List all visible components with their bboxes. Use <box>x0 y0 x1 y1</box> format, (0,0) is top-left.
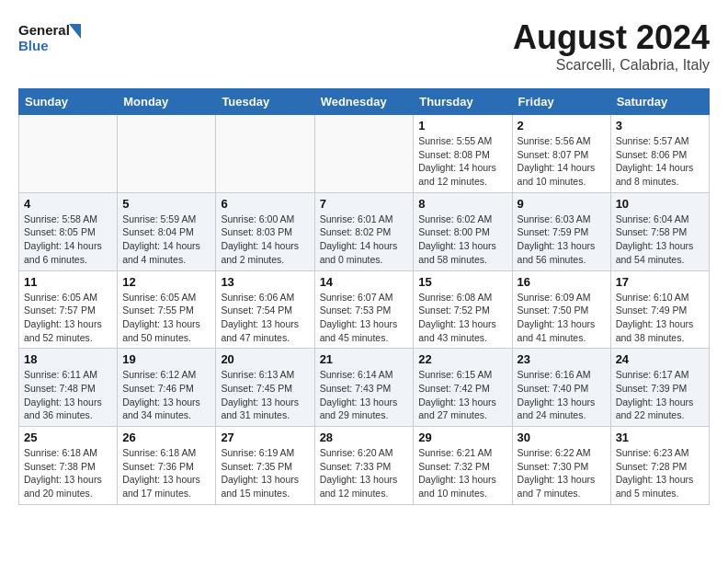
calendar-cell: 30Sunrise: 6:22 AMSunset: 7:30 PMDayligh… <box>512 427 610 505</box>
day-info: Sunrise: 6:23 AMSunset: 7:28 PMDaylight:… <box>616 446 704 500</box>
calendar-cell: 24Sunrise: 6:17 AMSunset: 7:39 PMDayligh… <box>610 349 709 427</box>
calendar-cell: 21Sunrise: 6:14 AMSunset: 7:43 PMDayligh… <box>314 349 414 427</box>
calendar-cell: 17Sunrise: 6:10 AMSunset: 7:49 PMDayligh… <box>610 270 709 349</box>
header-day-tuesday: Tuesday <box>216 89 314 115</box>
calendar-title: August 2024 <box>513 18 710 57</box>
calendar-cell: 14Sunrise: 6:07 AMSunset: 7:53 PMDayligh… <box>314 270 414 349</box>
svg-text:General: General <box>18 22 70 38</box>
day-info: Sunrise: 6:04 AMSunset: 7:58 PMDaylight:… <box>616 213 704 267</box>
day-number: 6 <box>221 197 309 211</box>
header-day-friday: Friday <box>512 89 610 115</box>
header-day-saturday: Saturday <box>610 89 709 115</box>
header-day-thursday: Thursday <box>414 89 512 115</box>
calendar-cell: 12Sunrise: 6:05 AMSunset: 7:55 PMDayligh… <box>118 270 216 349</box>
page-header: GeneralBlue August 2024 Scarcelli, Calab… <box>18 18 710 74</box>
day-info: Sunrise: 6:18 AMSunset: 7:38 PMDaylight:… <box>24 446 112 500</box>
calendar-cell: 8Sunrise: 6:02 AMSunset: 8:00 PMDaylight… <box>414 192 512 270</box>
day-info: Sunrise: 6:22 AMSunset: 7:30 PMDaylight:… <box>518 446 606 500</box>
calendar-cell: 18Sunrise: 6:11 AMSunset: 7:48 PMDayligh… <box>19 349 118 427</box>
calendar-week-3: 11Sunrise: 6:05 AMSunset: 7:57 PMDayligh… <box>19 270 710 349</box>
header-row: SundayMondayTuesdayWednesdayThursdayFrid… <box>19 89 710 115</box>
day-number: 11 <box>24 275 112 289</box>
day-info: Sunrise: 6:02 AMSunset: 8:00 PMDaylight:… <box>418 213 506 267</box>
day-info: Sunrise: 5:59 AMSunset: 8:04 PMDaylight:… <box>122 213 210 267</box>
day-number: 20 <box>221 352 309 366</box>
day-number: 14 <box>320 275 409 289</box>
day-number: 29 <box>418 431 506 444</box>
day-number: 17 <box>616 275 704 289</box>
day-number: 12 <box>122 275 210 289</box>
day-info: Sunrise: 6:16 AMSunset: 7:40 PMDaylight:… <box>518 368 606 422</box>
day-number: 7 <box>320 197 409 211</box>
calendar-cell: 3Sunrise: 5:57 AMSunset: 8:06 PMDaylight… <box>610 115 709 193</box>
calendar-cell: 26Sunrise: 6:18 AMSunset: 7:36 PMDayligh… <box>118 427 216 505</box>
day-info: Sunrise: 5:57 AMSunset: 8:06 PMDaylight:… <box>616 134 704 189</box>
day-number: 3 <box>616 119 704 132</box>
day-number: 10 <box>616 197 704 211</box>
calendar-cell <box>118 115 216 193</box>
day-info: Sunrise: 6:05 AMSunset: 7:55 PMDaylight:… <box>122 291 210 345</box>
calendar-cell: 6Sunrise: 6:00 AMSunset: 8:03 PMDaylight… <box>216 192 314 270</box>
logo-svg: GeneralBlue <box>18 18 92 59</box>
calendar-week-4: 18Sunrise: 6:11 AMSunset: 7:48 PMDayligh… <box>19 349 710 427</box>
day-number: 28 <box>320 431 409 444</box>
calendar-cell: 11Sunrise: 6:05 AMSunset: 7:57 PMDayligh… <box>19 270 118 349</box>
calendar-cell: 2Sunrise: 5:56 AMSunset: 8:07 PMDaylight… <box>512 115 610 193</box>
day-number: 15 <box>418 275 506 289</box>
calendar-cell: 31Sunrise: 6:23 AMSunset: 7:28 PMDayligh… <box>610 427 709 505</box>
day-number: 18 <box>24 352 112 366</box>
day-info: Sunrise: 5:55 AMSunset: 8:08 PMDaylight:… <box>418 134 506 189</box>
day-number: 31 <box>616 431 704 444</box>
calendar-week-1: 1Sunrise: 5:55 AMSunset: 8:08 PMDaylight… <box>19 115 710 193</box>
calendar-cell: 5Sunrise: 5:59 AMSunset: 8:04 PMDaylight… <box>118 192 216 270</box>
calendar-cell: 10Sunrise: 6:04 AMSunset: 7:58 PMDayligh… <box>610 192 709 270</box>
calendar-cell: 13Sunrise: 6:06 AMSunset: 7:54 PMDayligh… <box>216 270 314 349</box>
day-number: 9 <box>518 197 606 211</box>
day-info: Sunrise: 5:56 AMSunset: 8:07 PMDaylight:… <box>518 134 606 189</box>
calendar-subtitle: Scarcelli, Calabria, Italy <box>513 57 710 74</box>
calendar-cell <box>216 115 314 193</box>
day-number: 26 <box>122 431 210 444</box>
day-info: Sunrise: 6:15 AMSunset: 7:42 PMDaylight:… <box>418 368 506 422</box>
day-info: Sunrise: 6:19 AMSunset: 7:35 PMDaylight:… <box>221 446 309 500</box>
day-info: Sunrise: 6:18 AMSunset: 7:36 PMDaylight:… <box>122 446 210 500</box>
day-info: Sunrise: 6:05 AMSunset: 7:57 PMDaylight:… <box>24 291 112 345</box>
day-info: Sunrise: 6:20 AMSunset: 7:33 PMDaylight:… <box>320 446 409 500</box>
calendar-cell: 19Sunrise: 6:12 AMSunset: 7:46 PMDayligh… <box>118 349 216 427</box>
day-info: Sunrise: 6:10 AMSunset: 7:49 PMDaylight:… <box>616 291 704 345</box>
day-info: Sunrise: 6:12 AMSunset: 7:46 PMDaylight:… <box>122 368 210 422</box>
calendar-cell: 16Sunrise: 6:09 AMSunset: 7:50 PMDayligh… <box>512 270 610 349</box>
calendar-cell: 9Sunrise: 6:03 AMSunset: 7:59 PMDaylight… <box>512 192 610 270</box>
day-number: 16 <box>518 275 606 289</box>
day-info: Sunrise: 5:58 AMSunset: 8:05 PMDaylight:… <box>24 213 112 267</box>
day-info: Sunrise: 6:03 AMSunset: 7:59 PMDaylight:… <box>518 213 606 267</box>
day-number: 5 <box>122 197 210 211</box>
day-info: Sunrise: 6:09 AMSunset: 7:50 PMDaylight:… <box>518 291 606 345</box>
day-info: Sunrise: 6:13 AMSunset: 7:45 PMDaylight:… <box>221 368 309 422</box>
calendar-cell: 23Sunrise: 6:16 AMSunset: 7:40 PMDayligh… <box>512 349 610 427</box>
logo: GeneralBlue <box>18 18 92 59</box>
calendar-cell: 1Sunrise: 5:55 AMSunset: 8:08 PMDaylight… <box>414 115 512 193</box>
header-day-wednesday: Wednesday <box>314 89 414 115</box>
day-number: 22 <box>418 352 506 366</box>
day-info: Sunrise: 6:14 AMSunset: 7:43 PMDaylight:… <box>320 368 409 422</box>
day-number: 4 <box>24 197 112 211</box>
calendar-header: SundayMondayTuesdayWednesdayThursdayFrid… <box>19 89 710 115</box>
day-number: 25 <box>24 431 112 444</box>
calendar-cell: 28Sunrise: 6:20 AMSunset: 7:33 PMDayligh… <box>314 427 414 505</box>
day-info: Sunrise: 6:01 AMSunset: 8:02 PMDaylight:… <box>320 213 409 267</box>
day-number: 23 <box>518 352 606 366</box>
day-number: 27 <box>221 431 309 444</box>
calendar-week-2: 4Sunrise: 5:58 AMSunset: 8:05 PMDaylight… <box>19 192 710 270</box>
calendar-cell <box>314 115 414 193</box>
day-number: 21 <box>320 352 409 366</box>
svg-text:Blue: Blue <box>18 38 49 53</box>
day-info: Sunrise: 6:11 AMSunset: 7:48 PMDaylight:… <box>24 368 112 422</box>
day-number: 8 <box>418 197 506 211</box>
header-day-sunday: Sunday <box>19 89 118 115</box>
day-info: Sunrise: 6:17 AMSunset: 7:39 PMDaylight:… <box>616 368 704 422</box>
calendar-cell: 20Sunrise: 6:13 AMSunset: 7:45 PMDayligh… <box>216 349 314 427</box>
day-info: Sunrise: 6:08 AMSunset: 7:52 PMDaylight:… <box>418 291 506 345</box>
calendar-cell: 7Sunrise: 6:01 AMSunset: 8:02 PMDaylight… <box>314 192 414 270</box>
day-number: 1 <box>418 119 506 132</box>
